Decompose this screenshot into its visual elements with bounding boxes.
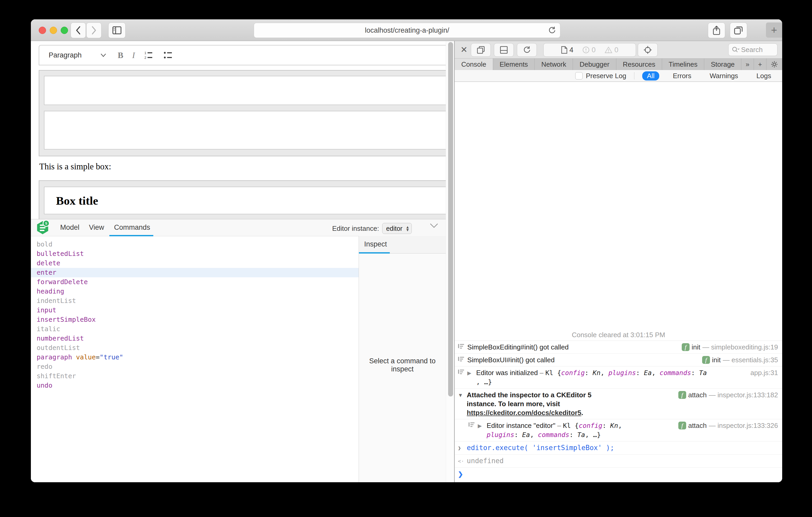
disclosure-expanded-icon[interactable]: ▼ (458, 391, 467, 400)
inspector-tab-network[interactable]: Network (535, 59, 573, 70)
command-item-outdentList[interactable]: outdentList (31, 343, 359, 353)
filter-errors[interactable]: Errors (668, 71, 696, 81)
console-source-link[interactable]: finit— simpleboxediting.js:19 (678, 343, 778, 352)
console-stack-icon (458, 356, 465, 363)
minimize-window-button[interactable] (50, 27, 57, 34)
tab-model[interactable]: Model (60, 223, 80, 232)
console-source-link[interactable]: finit— essentials.js:35 (698, 356, 778, 364)
command-item-indentList[interactable]: indentList (31, 296, 359, 306)
detach-inspector-button[interactable] (471, 43, 491, 57)
disclosure-collapsed-icon[interactable]: ▶ (467, 368, 476, 377)
command-item-delete[interactable]: delete (31, 258, 359, 268)
url-text: localhost/creating-a-plugin/ (365, 26, 450, 34)
new-tab-button[interactable]: + (766, 23, 782, 38)
ckeditor5-badge: 5 (42, 220, 50, 227)
divider (634, 72, 634, 80)
simple-box-title-field[interactable] (44, 76, 446, 105)
simple-box-title-field[interactable]: Box title (44, 187, 446, 214)
command-item-numberedList[interactable]: numberedList (31, 334, 359, 343)
close-window-button[interactable] (39, 27, 46, 34)
command-item-heading[interactable]: heading (31, 287, 359, 296)
back-button[interactable] (70, 23, 86, 38)
heading-dropdown[interactable]: Paragraph (49, 51, 109, 59)
command-item-insertSimpleBox[interactable]: insertSimpleBox (31, 315, 359, 324)
prompt-chevron-icon: ❯ (458, 443, 467, 452)
search-input[interactable]: Search (728, 43, 778, 56)
inspector-tab-debugger[interactable]: Debugger (573, 59, 616, 70)
console-stack-icon (468, 422, 475, 428)
editor-instance-label: Editor instance: (332, 224, 379, 233)
inspect-pane: Inspect Select a command to inspect (359, 236, 446, 482)
disclosure-collapsed-icon[interactable]: ▶ (478, 421, 487, 430)
inspector-tab-elements[interactable]: Elements (493, 59, 535, 70)
inspector-tab-console[interactable]: Console (455, 59, 493, 70)
console-source-link[interactable]: fattach— inspector.js:133:182 (675, 391, 778, 399)
reload-page-button[interactable] (517, 43, 537, 57)
bold-button[interactable]: B (118, 51, 123, 60)
element-picker-button[interactable] (638, 43, 658, 57)
inspector-tab-storage[interactable]: Storage (704, 59, 742, 70)
console-input-echo: ❯editor.execute( 'insertSimpleBox' ); (455, 442, 782, 455)
command-item-bulletedList[interactable]: bulletedList (31, 249, 359, 258)
command-item-italic[interactable]: italic (31, 324, 359, 334)
settings-gear-icon[interactable] (766, 59, 782, 70)
crosshair-icon (643, 46, 652, 54)
editor-paragraph[interactable]: This is a simple box: (39, 162, 111, 172)
tab-commands[interactable]: Commands (114, 223, 150, 232)
address-bar[interactable]: localhost/creating-a-plugin/ (254, 23, 560, 38)
tab-overview-button[interactable] (730, 23, 747, 38)
tab-inspect[interactable]: Inspect (364, 240, 387, 248)
inspector-collapse-button[interactable] (430, 223, 438, 228)
inspector-tab-resources[interactable]: Resources (616, 59, 662, 70)
page-resource-badge: 4 (561, 46, 573, 54)
filter-all[interactable]: All (642, 71, 659, 81)
command-item-undo[interactable]: undo (31, 381, 359, 390)
console-output: Console cleared at 3:01:15 PMSimpleBoxEd… (455, 82, 782, 482)
sidebar-toggle-button[interactable] (108, 23, 125, 38)
command-item-bold[interactable]: bold (31, 240, 359, 249)
simple-box-widget-empty[interactable] (39, 70, 446, 156)
command-item-shiftEnter[interactable]: shiftEnter (31, 371, 359, 381)
console-cleared-notice: Console cleared at 3:01:15 PM (455, 329, 782, 341)
numbered-list-button[interactable]: 12 (144, 51, 154, 60)
tab-overview-icon (734, 26, 743, 34)
zoom-window-button[interactable] (61, 27, 68, 34)
bulleted-list-button[interactable] (163, 51, 174, 60)
console-message: ▶Editor was initialized – Kl {config: Kn… (455, 366, 782, 389)
italic-button[interactable]: I (132, 51, 135, 60)
command-item-paragraph[interactable]: paragraph value="true" (31, 353, 359, 362)
checkbox-icon[interactable] (575, 72, 583, 80)
more-tabs-button[interactable]: » (742, 59, 754, 70)
command-item-input[interactable]: input (31, 306, 359, 315)
dock-bottom-button[interactable] (494, 43, 514, 57)
command-item-forwardDelete[interactable]: forwardDelete (31, 277, 359, 287)
filter-logs[interactable]: Logs (752, 71, 776, 81)
console-link[interactable]: https://ckeditor.com/docs/ckeditor5 (467, 409, 581, 417)
forward-button[interactable] (86, 23, 102, 38)
command-item-redo[interactable]: redo (31, 362, 359, 371)
inspector-tab-timelines[interactable]: Timelines (662, 59, 704, 70)
filter-warnings[interactable]: Warnings (705, 71, 743, 81)
inspect-tab-underline (359, 252, 390, 253)
preserve-log-toggle[interactable]: Preserve Log (575, 72, 626, 80)
command-item-enter[interactable]: enter (31, 268, 359, 277)
add-tab-button[interactable]: + (754, 59, 766, 70)
scrollbar-thumb[interactable] (448, 42, 453, 396)
result-arrow-icon: <· (458, 456, 467, 465)
console-prompt[interactable]: ❯ (455, 467, 782, 482)
window-content: Paragraph B I 12 This (31, 41, 782, 482)
tab-view[interactable]: View (89, 223, 104, 232)
simple-box-description-field[interactable] (44, 111, 446, 150)
page-scrollbar[interactable] (446, 41, 454, 482)
simple-box-widget-titled[interactable]: Box title (39, 180, 446, 219)
issues-summary-button[interactable]: 4 0 0 (543, 43, 636, 57)
function-badge-icon: f (678, 422, 686, 429)
editor-instance-select[interactable]: editor ▲▼ (382, 223, 412, 234)
console-source-link[interactable]: app.js:31 (747, 368, 778, 377)
console-source-link[interactable]: fattach— inspector.js:133:326 (675, 421, 778, 430)
inspect-pane-header: Inspect (359, 236, 446, 253)
share-button[interactable] (708, 23, 725, 38)
console-filter-bar: Preserve Log AllErrorsWarningsLogs (455, 70, 782, 82)
reload-icon[interactable] (548, 26, 556, 34)
close-inspector-button[interactable]: ✕ (460, 45, 467, 55)
